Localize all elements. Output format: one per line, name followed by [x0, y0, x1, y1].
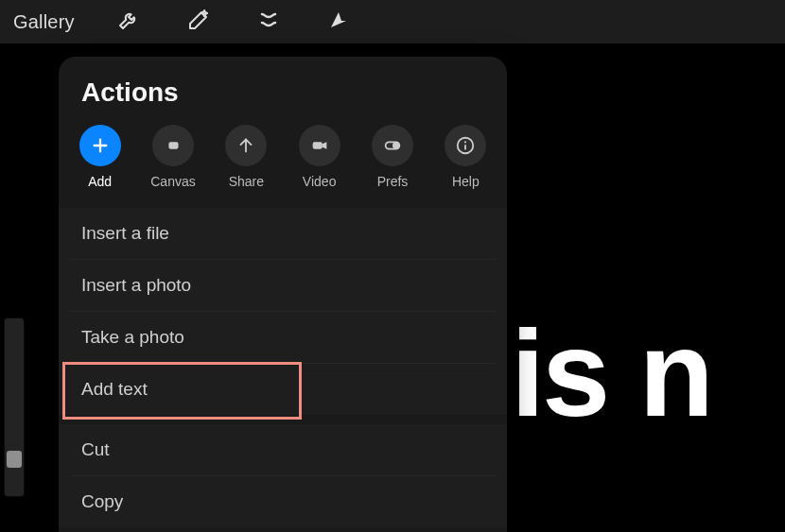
tab-canvas[interactable]: Canvas [148, 125, 197, 189]
brush-size-slider[interactable] [4, 317, 25, 497]
actions-button[interactable] [113, 6, 145, 38]
actions-tabs: Add Canvas Share Video Prefs [59, 125, 507, 198]
tab-label: Canvas [150, 174, 195, 189]
actions-popover: Actions Add Canvas Share Video [59, 57, 507, 532]
wrench-icon [117, 9, 140, 35]
share-icon [225, 125, 267, 166]
crop-icon [152, 125, 194, 166]
svg-rect-2 [168, 142, 178, 148]
gallery-link[interactable]: Gallery [13, 11, 75, 33]
magic-wand-icon [187, 9, 210, 35]
toolbar-icons [113, 6, 355, 38]
menu-item-insert-photo[interactable]: Insert a photo [59, 260, 507, 311]
transform-button[interactable] [323, 6, 355, 38]
video-icon [299, 125, 340, 166]
canvas-text: is n [511, 302, 711, 444]
svg-rect-4 [312, 142, 322, 148]
tab-add[interactable]: Add [76, 125, 124, 189]
actions-menu: Insert a file Insert a photo Take a phot… [59, 208, 507, 527]
svg-point-8 [464, 141, 466, 143]
info-icon [445, 125, 486, 166]
menu-item-insert-file[interactable]: Insert a file [59, 208, 507, 259]
toggle-icon [372, 125, 413, 166]
cursor-arrow-icon [327, 9, 350, 35]
menu-item-copy[interactable]: Copy [59, 476, 507, 527]
tab-label: Add [88, 174, 112, 189]
tab-label: Video [303, 174, 337, 189]
plus-icon [79, 125, 121, 166]
svg-rect-9 [464, 145, 466, 150]
tab-label: Help [452, 174, 480, 189]
top-toolbar: Gallery [0, 0, 785, 43]
slider-thumb[interactable] [7, 451, 22, 468]
selection-button[interactable] [253, 6, 285, 38]
tab-help[interactable]: Help [442, 125, 490, 189]
menu-item-take-photo[interactable]: Take a photo [59, 312, 507, 363]
tab-video[interactable]: Video [295, 125, 343, 189]
tab-prefs[interactable]: Prefs [368, 125, 416, 189]
popover-title: Actions [59, 77, 507, 125]
menu-item-cut[interactable]: Cut [59, 424, 507, 475]
svg-point-6 [393, 143, 399, 148]
tab-share[interactable]: Share [222, 125, 270, 189]
selection-icon [257, 9, 280, 35]
adjustments-button[interactable] [183, 6, 215, 38]
menu-item-add-text[interactable]: Add text [59, 364, 507, 415]
tab-label: Share [229, 174, 264, 189]
tab-label: Prefs [377, 174, 409, 189]
